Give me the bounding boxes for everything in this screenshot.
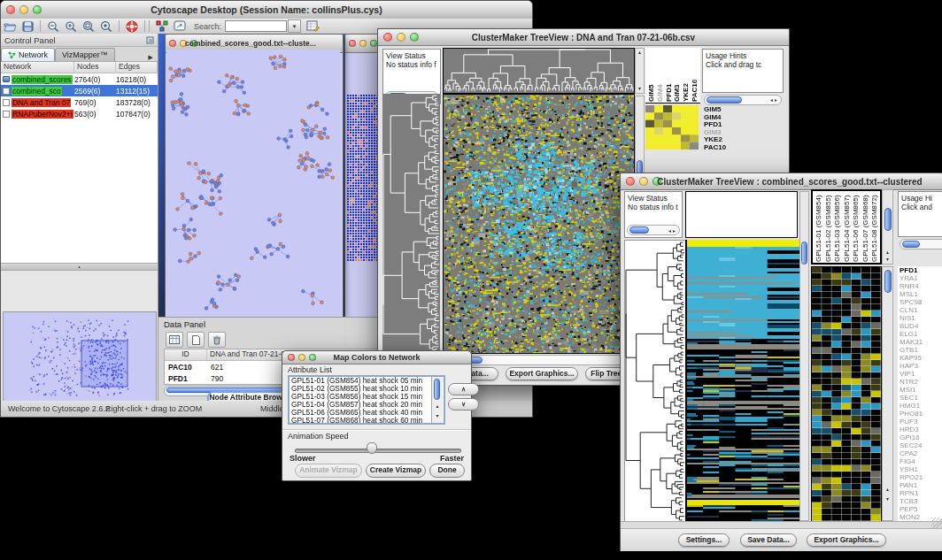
scroll-thumb[interactable]	[706, 96, 742, 104]
zoom-window-button[interactable]	[370, 40, 377, 47]
scroll-up-arrow[interactable]: ▴	[432, 403, 443, 410]
scroll-thumb[interactable]	[884, 208, 892, 231]
tab-vizmapper[interactable]: VizMapper™	[55, 48, 115, 61]
zoom-out-icon[interactable]	[44, 19, 62, 33]
delete-attribute-icon[interactable]	[208, 332, 226, 348]
column-label[interactable]: GIM5	[647, 49, 655, 102]
network-table-row[interactable]: combined_scores 2764(0) 16218(0)	[1, 73, 158, 85]
attribute-item[interactable]: GPL51-07 (GSM868) heat shock 60 min	[291, 417, 444, 425]
scroll-up-arrow[interactable]: ▴	[883, 249, 892, 256]
zoom-selected-icon[interactable]	[97, 19, 115, 33]
scroll-up-arrow[interactable]: ▴	[636, 50, 644, 56]
treeview-dna-titlebar[interactable]: ClusterMaker TreeView : DNA and Tran 07-…	[378, 29, 789, 46]
scroll-down-arrow[interactable]: ▾	[636, 86, 644, 92]
column-tree-area[interactable]	[685, 191, 798, 238]
animation-speed-slider[interactable]	[295, 449, 461, 453]
network-view-canvas[interactable]	[166, 50, 340, 317]
network-table-row[interactable]: DNA and Tran 07 769(0) 183728(0)	[1, 96, 158, 108]
row-dendrogram[interactable]	[382, 94, 440, 352]
gene-label[interactable]: MSL1	[900, 290, 942, 298]
column-labels-scrollbar[interactable]: ▴ ▾	[882, 189, 893, 265]
minimize-button[interactable]	[359, 40, 367, 47]
scroll-arrows[interactable]: ◂▸	[668, 226, 677, 235]
annotation-icon[interactable]	[171, 19, 189, 33]
settings-button[interactable]: Settings...	[678, 533, 730, 547]
move-up-button[interactable]: ∧	[448, 383, 479, 395]
zoom-in-icon[interactable]	[62, 19, 80, 33]
gene-label[interactable]: PFD1	[900, 266, 942, 274]
column-label[interactable]: YKE2	[682, 49, 690, 102]
column-label[interactable]: GPL51-08 (GSM872)	[870, 192, 878, 262]
tab-overflow-arrow[interactable]: ▶	[144, 54, 158, 61]
save-data-button[interactable]: Save Data...	[740, 533, 797, 547]
gene-label[interactable]: ELG1	[900, 330, 942, 338]
column-label[interactable]: GPL51-03 (GSM856)	[833, 192, 841, 262]
scroll-thumb[interactable]	[902, 241, 920, 248]
close-button[interactable]	[626, 177, 635, 186]
gene-label[interactable]: PEP5	[900, 505, 942, 513]
scroll-down-arrow[interactable]: ▾	[432, 413, 443, 419]
treeview-combined-titlebar[interactable]: ClusterMaker TreeView : combined_scores_…	[621, 173, 942, 190]
gene-label[interactable]: PAN1	[900, 481, 942, 489]
row-label[interactable]: PAC10	[704, 144, 757, 152]
network-table-row[interactable]: combined_sco 2569(6) 13112(15)	[1, 85, 158, 96]
tab-network[interactable]: Network	[1, 48, 55, 61]
gene-label[interactable]: NTR2	[900, 378, 942, 386]
new-network-icon[interactable]	[153, 19, 171, 33]
done-button[interactable]: Done	[429, 464, 465, 478]
heatmap-canvas[interactable]	[443, 94, 635, 354]
scroll-down-arrow[interactable]: ▾	[883, 496, 892, 502]
column-label[interactable]: GIM4	[656, 49, 664, 102]
heatmap-vscrollbar[interactable]	[799, 191, 809, 521]
scroll-down-arrow[interactable]: ▾	[883, 257, 892, 263]
create-vizmap-button[interactable]: Create Vizmap	[366, 464, 426, 478]
export-graphics-button[interactable]: Export Graphics...	[807, 533, 886, 547]
gene-label[interactable]: HMG1	[900, 402, 942, 410]
gene-label[interactable]: GPI16	[900, 433, 942, 441]
gene-label[interactable]: SEC24	[900, 441, 942, 449]
usage-hints-scrollbar[interactable]	[900, 239, 942, 249]
zoom-fit-icon[interactable]	[80, 19, 97, 33]
float-panel-icon[interactable]	[146, 36, 154, 44]
gene-label[interactable]: SEC1	[900, 394, 942, 402]
gene-label[interactable]: HAP3	[900, 362, 942, 370]
column-dendrogram[interactable]	[443, 48, 635, 94]
gene-label[interactable]: PUF3	[900, 418, 942, 426]
export-graphics-button[interactable]: Export Graphics...	[506, 367, 578, 380]
zoom-submatrix-canvas[interactable]	[645, 105, 699, 150]
gene-label[interactable]: RNR4	[900, 282, 942, 290]
scroll-arrows[interactable]: ◂▸	[770, 96, 779, 103]
column-label[interactable]: GPL51-01 (GSM854)	[815, 192, 822, 262]
close-button[interactable]	[349, 40, 356, 47]
submatrix-scrollbar[interactable]: ▴ ▾	[882, 266, 893, 521]
dense-network-canvas[interactable]	[347, 95, 381, 263]
gene-label[interactable]: YRA1	[900, 274, 942, 282]
search-input[interactable]	[225, 20, 287, 32]
gene-label[interactable]: FIG4	[900, 457, 942, 465]
view-status-scrollbar[interactable]: ◂▸	[627, 225, 680, 235]
dialog-titlebar[interactable]: Map Colors to Network	[282, 351, 471, 364]
resize-grip[interactable]	[931, 518, 942, 528]
column-label[interactable]: GPL51-04 (GSM857)	[843, 192, 851, 262]
column-tree-scroll-strip[interactable]: ▴ ▾	[635, 48, 645, 94]
zoom-submatrix-canvas[interactable]	[811, 266, 882, 523]
animate-vizmap-button[interactable]: Animate Vizmap	[295, 464, 362, 478]
main-titlebar[interactable]: Cytoscape Desktop (Session Name: collins…	[1, 1, 532, 19]
column-label[interactable]: GPL51-07 (GSM868)	[861, 192, 869, 262]
scroll-up-arrow[interactable]: ▴	[883, 487, 892, 493]
gene-label[interactable]: KAP95	[900, 354, 942, 362]
gene-label[interactable]: MAK31	[900, 338, 942, 346]
move-down-button[interactable]: ∨	[448, 398, 479, 410]
close-button[interactable]	[169, 40, 176, 47]
column-label[interactable]: GIM3	[673, 49, 681, 102]
gene-label[interactable]: NIS1	[900, 314, 942, 322]
column-label[interactable]: GPL51-06 (GSM865)	[852, 192, 860, 262]
scroll-thumb[interactable]	[884, 270, 892, 293]
attribute-list-scrollbar[interactable]: ▴ ▾	[431, 377, 443, 423]
attribute-editor-icon[interactable]	[304, 19, 321, 33]
scroll-thumb[interactable]	[801, 242, 807, 265]
column-label[interactable]: PAC10	[691, 49, 699, 102]
gene-label[interactable]: CLN1	[900, 306, 942, 314]
scroll-thumb[interactable]	[629, 226, 649, 234]
slider-thumb[interactable]	[367, 442, 377, 454]
